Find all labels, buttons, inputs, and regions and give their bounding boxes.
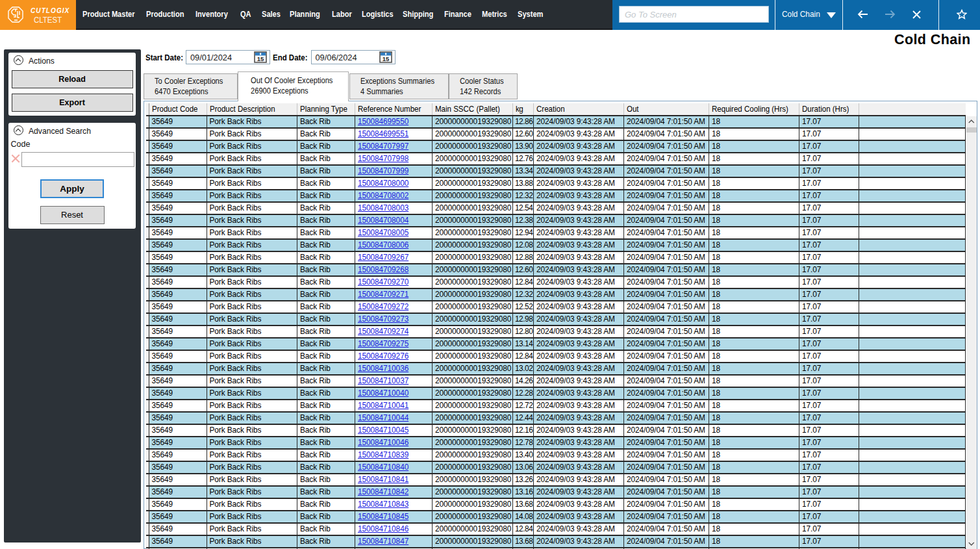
svg-text:15: 15: [382, 55, 389, 62]
svg-text:15: 15: [257, 55, 264, 62]
